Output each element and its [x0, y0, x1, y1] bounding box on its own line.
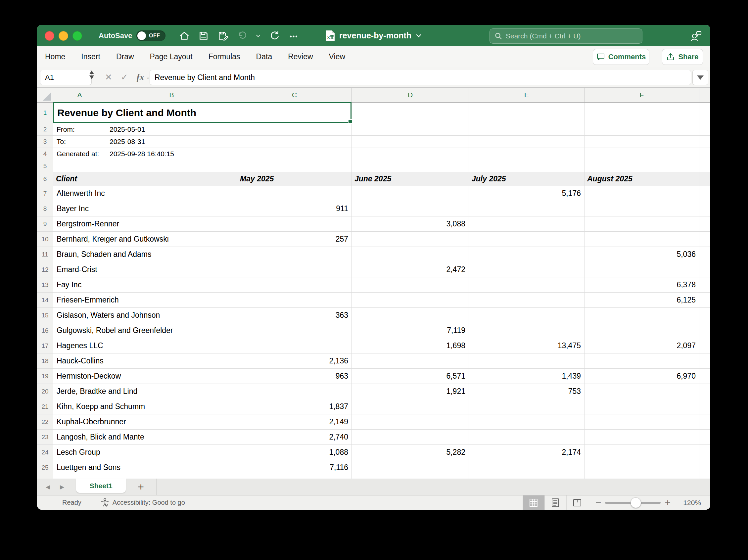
row-number-6[interactable]: 6 — [37, 172, 53, 186]
cell-D25[interactable] — [351, 460, 469, 475]
cell-C14[interactable] — [237, 293, 351, 307]
cell-G12[interactable] — [699, 262, 710, 277]
autosave-toggle[interactable]: OFF — [136, 30, 165, 41]
cell-A19-client[interactable]: Hermiston-Deckow — [53, 369, 237, 383]
cell-C22[interactable]: 2,149 — [237, 414, 351, 429]
cell-D21[interactable] — [351, 399, 469, 414]
name-box-stepper[interactable] — [89, 70, 94, 79]
cell-A18-client[interactable]: Hauck-Collins — [53, 353, 237, 368]
cell-F14[interactable]: 6,125 — [584, 293, 699, 307]
cell-A1-title[interactable]: Revenue by Client and Month — [53, 102, 351, 123]
cell-D1[interactable] — [351, 102, 469, 123]
cell-E14[interactable] — [469, 293, 584, 307]
cell-A15-client[interactable]: Gislason, Waters and Johnson — [53, 308, 237, 323]
column-header-A[interactable]: A — [53, 88, 106, 102]
cell-D8[interactable] — [351, 201, 469, 216]
cell-F9[interactable] — [584, 216, 699, 231]
search-input[interactable]: Search (Cmd + Ctrl + U) — [490, 28, 642, 44]
cell-E4[interactable] — [469, 148, 584, 160]
cell-D6-month-header[interactable]: June 2025 — [351, 172, 469, 186]
zoom-in-button[interactable]: + — [664, 497, 671, 508]
column-header-B[interactable]: B — [106, 88, 237, 102]
cell-C26[interactable] — [237, 475, 351, 479]
row-number-2[interactable]: 2 — [37, 123, 53, 135]
cell-C18[interactable]: 2,136 — [237, 353, 351, 368]
cell-A20-client[interactable]: Jerde, Bradtke and Lind — [53, 384, 237, 399]
cell-G1[interactable] — [699, 102, 710, 123]
cell-D5[interactable] — [351, 160, 469, 172]
cell-F2[interactable] — [584, 123, 699, 135]
cell-E8[interactable] — [469, 201, 584, 216]
cell-E11[interactable] — [469, 247, 584, 262]
cell-D26[interactable] — [351, 475, 469, 479]
cell-D20[interactable]: 1,921 — [351, 384, 469, 399]
cell-A26[interactable] — [53, 475, 106, 479]
cell-G10[interactable] — [699, 232, 710, 247]
cell-E5[interactable] — [469, 160, 584, 172]
cell-C6-month-header[interactable]: May 2025 — [237, 172, 351, 186]
tab-data[interactable]: Data — [256, 52, 273, 61]
cancel-entry-icon[interactable]: ✕ — [102, 70, 115, 85]
cell-F18[interactable] — [584, 353, 699, 368]
cell-E22[interactable] — [469, 414, 584, 429]
cell-G7[interactable] — [699, 186, 710, 201]
cell-A6-client-header[interactable]: Client — [53, 172, 237, 186]
cell-D23[interactable] — [351, 429, 469, 444]
row-number-13[interactable]: 13 — [37, 277, 53, 292]
cell-A13-client[interactable]: Fay Inc — [53, 277, 237, 292]
row-number-1[interactable]: 1 — [37, 102, 53, 123]
row-number-24[interactable]: 24 — [37, 445, 53, 460]
confirm-entry-icon[interactable]: ✓ — [118, 70, 131, 85]
cell-F3[interactable] — [584, 136, 699, 148]
cell-A23-client[interactable]: Langosh, Blick and Mante — [53, 429, 237, 444]
save-icon[interactable] — [198, 30, 209, 41]
cell-G17[interactable] — [699, 338, 710, 353]
row-number-16[interactable]: 16 — [37, 323, 53, 338]
cell-G11[interactable] — [699, 247, 710, 262]
next-sheet-icon[interactable]: ▶ — [60, 484, 64, 490]
cell-D10[interactable] — [351, 232, 469, 247]
cell-C12[interactable] — [237, 262, 351, 277]
save-as-icon[interactable] — [217, 30, 228, 41]
cell-D2[interactable] — [351, 123, 469, 135]
row-number-11[interactable]: 11 — [37, 247, 53, 262]
row-number-9[interactable]: 9 — [37, 216, 53, 231]
cell-F23[interactable] — [584, 429, 699, 444]
cell-C8[interactable]: 911 — [237, 201, 351, 216]
cell-E6-month-header[interactable]: July 2025 — [469, 172, 584, 186]
cell-A17-client[interactable]: Hagenes LLC — [53, 338, 237, 353]
cell-F26[interactable] — [584, 475, 699, 479]
cell-F11[interactable]: 5,036 — [584, 247, 699, 262]
cell-C19[interactable]: 963 — [237, 369, 351, 383]
cell-F10[interactable] — [584, 232, 699, 247]
row-number-23[interactable]: 23 — [37, 429, 53, 444]
prev-sheet-icon[interactable]: ◀ — [46, 484, 50, 490]
row-number-8[interactable]: 8 — [37, 201, 53, 216]
cell-F13[interactable]: 6,378 — [584, 277, 699, 292]
column-header-partial[interactable] — [699, 88, 710, 102]
tab-view[interactable]: View — [329, 52, 345, 61]
cell-G21[interactable] — [699, 399, 710, 414]
tab-insert[interactable]: Insert — [81, 52, 100, 61]
cell-G13[interactable] — [699, 277, 710, 292]
cell-B4[interactable]: 2025-09-28 16:40:15 — [106, 148, 351, 160]
add-sheet-button[interactable]: + — [138, 481, 144, 493]
cell-E10[interactable] — [469, 232, 584, 247]
cell-F20[interactable] — [584, 384, 699, 399]
undo-menu-chevron-icon[interactable] — [256, 33, 261, 39]
row-number-14[interactable]: 14 — [37, 293, 53, 307]
cell-G2[interactable] — [699, 123, 710, 135]
name-box[interactable]: A1 — [40, 70, 92, 85]
row-number-4[interactable]: 4 — [37, 148, 53, 160]
cell-A3[interactable]: To: — [53, 136, 106, 148]
column-header-C[interactable]: C — [237, 88, 351, 102]
cell-F8[interactable] — [584, 201, 699, 216]
undo-icon[interactable] — [236, 30, 248, 41]
cell-D19[interactable]: 6,571 — [351, 369, 469, 383]
tab-draw[interactable]: Draw — [116, 52, 134, 61]
cell-B2[interactable]: 2025-05-01 — [106, 123, 351, 135]
cell-G3[interactable] — [699, 136, 710, 148]
row-number-19[interactable]: 19 — [37, 369, 53, 383]
row-number-7[interactable]: 7 — [37, 186, 53, 201]
cell-E13[interactable] — [469, 277, 584, 292]
